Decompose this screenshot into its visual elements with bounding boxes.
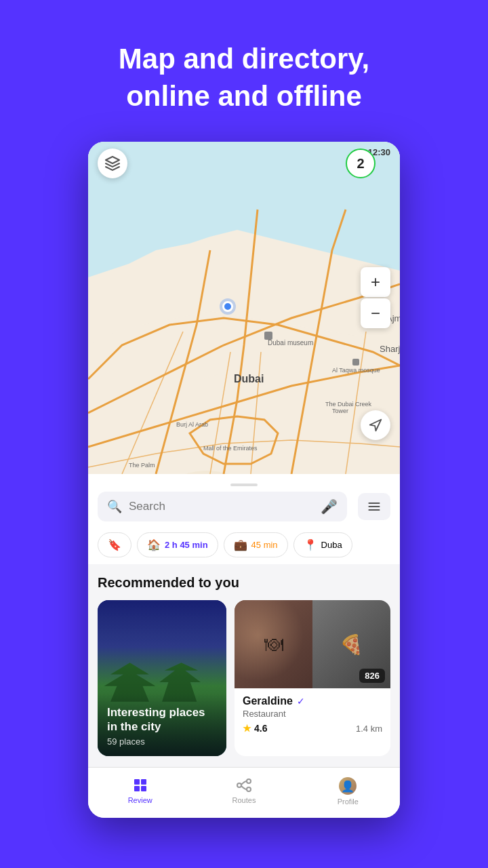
- cards-row: Interesting places in the city 59 places…: [98, 600, 390, 756]
- microphone-icon[interactable]: 🎤: [321, 498, 338, 515]
- search-section: 🔍 🎤: [88, 474, 400, 528]
- chip-home[interactable]: 🏠 2 h 45 min: [137, 532, 218, 557]
- svg-text:The Palm: The Palm: [129, 462, 155, 469]
- svg-rect-15: [264, 332, 272, 340]
- navigate-button[interactable]: [361, 410, 390, 440]
- zoom-out-button[interactable]: −: [361, 298, 390, 328]
- svg-rect-22: [134, 786, 140, 791]
- map-background: Dubai Sharjah Ajmar Dubai museum Al Taqw…: [88, 142, 400, 474]
- grid-icon: [132, 777, 148, 793]
- star-icon: ★: [243, 723, 251, 734]
- places-card[interactable]: Interesting places in the city 59 places: [98, 600, 226, 756]
- zoom-controls: + −: [361, 267, 390, 328]
- phone-frame: Dubai Sharjah Ajmar Dubai museum Al Taqw…: [88, 142, 400, 818]
- restaurant-distance: 1.4 km: [356, 724, 382, 734]
- svg-text:Mall of the Emirates: Mall of the Emirates: [203, 445, 258, 452]
- nav-routes[interactable]: Routes: [192, 773, 296, 810]
- restaurant-type: Restaurant: [243, 709, 382, 719]
- chip-work-label: 45 min: [251, 540, 278, 550]
- svg-text:Tower: Tower: [332, 408, 348, 414]
- restaurant-name-row: Geraldine ✓: [243, 695, 382, 707]
- restaurant-rating-row: ★ 4.6 1.4 km: [243, 723, 382, 734]
- map-badge[interactable]: 2: [346, 149, 375, 178]
- navigate-icon: [368, 418, 383, 433]
- rating-value: 4.6: [254, 723, 267, 734]
- restaurant-info: Geraldine ✓ Restaurant ★ 4.6 1.4 km: [235, 688, 390, 741]
- chip-home-label: 2 h 45 min: [165, 540, 208, 550]
- zoom-in-button[interactable]: +: [361, 267, 390, 297]
- restaurant-images: 826: [235, 600, 390, 688]
- layers-button[interactable]: [98, 149, 127, 178]
- search-input[interactable]: [129, 500, 314, 513]
- nav-profile-label: Profile: [338, 797, 359, 806]
- header-title: Map and directory, online and offline: [54, 41, 434, 115]
- routes-icon: [236, 777, 252, 793]
- chip-location-label: Duba: [321, 540, 342, 550]
- places-card-title: Interesting places in the city: [107, 706, 217, 734]
- hamburger-icon: [367, 500, 381, 513]
- svg-rect-16: [352, 359, 359, 366]
- profile-avatar: [339, 777, 357, 795]
- nav-profile[interactable]: Profile: [296, 773, 400, 810]
- header: Map and directory, online and offline: [0, 0, 488, 142]
- work-icon: 💼: [234, 538, 247, 551]
- search-bar[interactable]: 🔍 🎤: [98, 492, 347, 521]
- svg-rect-20: [134, 779, 140, 785]
- svg-text:Dubai museum: Dubai museum: [268, 339, 313, 347]
- places-card-overlay: Interesting places in the city 59 places: [98, 600, 226, 756]
- verified-icon: ✓: [297, 696, 305, 707]
- restaurant-rating: ★ 4.6: [243, 723, 267, 734]
- chip-location[interactable]: 📍 Duba: [293, 532, 352, 557]
- svg-text:Al Taqwa mosque: Al Taqwa mosque: [332, 367, 380, 374]
- bookmark-icon: 🔖: [108, 538, 121, 551]
- svg-rect-23: [141, 786, 146, 791]
- recommended-section: Recommended to you Interesting places in…: [88, 564, 400, 767]
- svg-text:Dubai: Dubai: [234, 373, 264, 384]
- location-chip-icon: 📍: [304, 538, 317, 551]
- layers-icon: [104, 155, 121, 172]
- nav-review-label: Review: [128, 796, 152, 804]
- bottom-nav: Review Routes Profile: [88, 767, 400, 818]
- nav-review[interactable]: Review: [88, 773, 192, 810]
- search-icon: 🔍: [107, 499, 122, 514]
- svg-text:The Dubai Creek: The Dubai Creek: [325, 401, 372, 408]
- bottom-sheet-handle: [230, 484, 258, 486]
- restaurant-card[interactable]: 826 Geraldine ✓ Restaurant ★ 4.6 1.4 km: [235, 600, 390, 756]
- chip-bookmark[interactable]: 🔖: [98, 532, 131, 557]
- chips-row: 🔖 🏠 2 h 45 min 💼 45 min 📍 Duba: [88, 528, 400, 564]
- chip-work[interactable]: 💼 45 min: [224, 532, 288, 557]
- menu-button[interactable]: [358, 493, 390, 520]
- map-container[interactable]: Dubai Sharjah Ajmar Dubai museum Al Taqw…: [88, 142, 400, 474]
- restaurant-name: Geraldine: [243, 695, 293, 707]
- nav-routes-label: Routes: [232, 796, 256, 804]
- svg-text:Sharjah: Sharjah: [380, 344, 400, 354]
- svg-rect-21: [141, 779, 146, 785]
- svg-point-24: [237, 783, 241, 787]
- places-card-subtitle: 59 places: [107, 736, 217, 747]
- recommended-title: Recommended to you: [98, 575, 390, 591]
- restaurant-image-1: [235, 600, 312, 688]
- photo-count-badge: 826: [359, 669, 385, 683]
- home-icon: 🏠: [147, 538, 161, 551]
- svg-text:Burj Al Arab: Burj Al Arab: [176, 421, 208, 428]
